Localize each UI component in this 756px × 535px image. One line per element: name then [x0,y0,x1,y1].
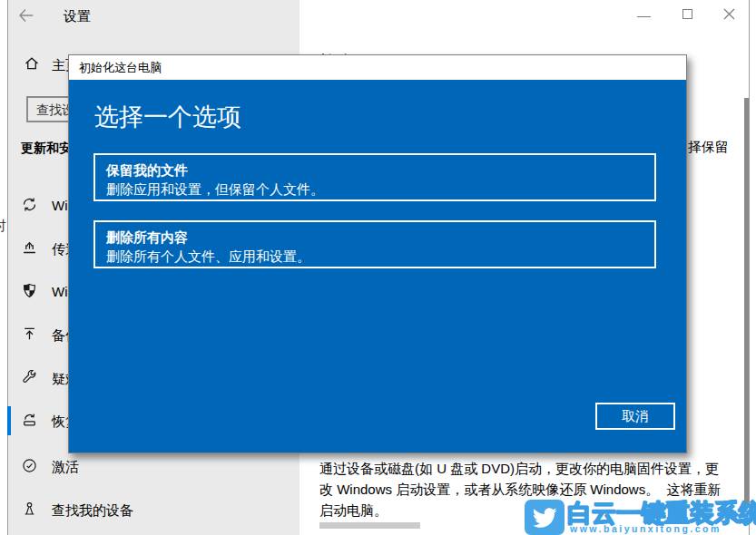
vertical-scrollbar[interactable] [744,98,749,506]
twitter-bird-icon [525,500,565,535]
check-circle-icon [22,458,37,473]
background-text-fragment: 时 [0,218,6,236]
watermark: 白云一键重装系统 www.baiyunxitong.com [525,499,756,535]
option-description: 删除应用和设置，但保留个人文件。 [106,180,643,199]
option-title: 删除所有内容 [106,228,643,247]
dialog-heading: 选择一个选项 [94,101,241,133]
back-button[interactable] [16,5,40,27]
back-arrow-icon [16,5,40,25]
option-remove-everything[interactable]: 删除所有内容 删除所有个人文件、应用和设置。 [93,220,656,268]
recovery-icon [22,413,37,428]
body-text-fragment: 择保留 [688,139,729,156]
option-keep-my-files[interactable]: 保留我的文件 删除应用和设置，但保留个人文件。 [93,153,656,201]
delivery-optimization-icon [22,240,37,256]
app-title: 设置 [64,8,91,25]
minimize-button[interactable] [628,0,659,27]
minimize-icon [637,16,651,17]
maximize-button[interactable] [672,0,702,27]
shield-icon [22,283,37,298]
close-button[interactable] [713,0,744,27]
screen: 时 设置 主页 更新和安全 Windows 更新 传送优化 [0,0,756,535]
restart-now-button[interactable] [319,522,420,529]
reset-pc-dialog: 初始化这台电脑 选择一个选项 保留我的文件 删除应用和设置，但保留个人文件。 删… [68,54,687,453]
watermark-url: www.baiyunxitong.com [570,523,722,534]
maximize-icon [682,9,692,19]
close-icon [723,8,735,20]
sidebar-item-activation[interactable]: 激活 [7,448,299,484]
wrench-icon [22,370,37,385]
option-title: 保留我的文件 [106,160,643,180]
map-pin-person-icon [22,501,37,517]
sync-icon [22,197,37,212]
cancel-button[interactable]: 取消 [595,403,675,430]
backup-arrow-icon [22,326,37,342]
dialog-title: 初始化这台电脑 [79,55,162,80]
home-icon [24,55,40,72]
dialog-titlebar: 初始化这台电脑 [69,55,686,80]
sidebar-item-find-my-device[interactable]: 查找我的设备 [7,491,299,528]
option-description: 删除所有个人文件、应用和设置。 [106,247,643,266]
